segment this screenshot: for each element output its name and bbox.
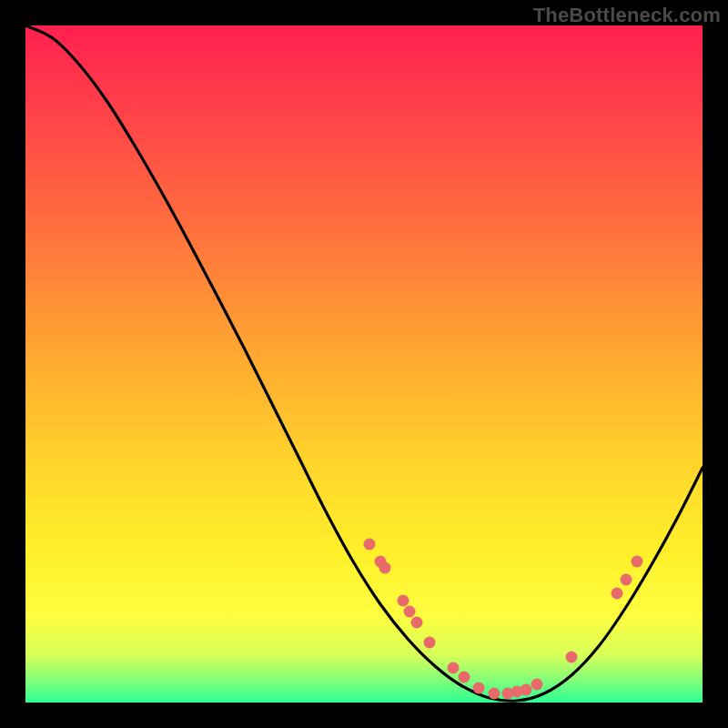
- curve-marker: [531, 679, 543, 691]
- curve-markers: [364, 539, 643, 700]
- curve-marker: [621, 574, 632, 586]
- curve-marker: [398, 595, 410, 607]
- curve-marker: [566, 652, 578, 663]
- curve-marker: [459, 672, 470, 683]
- curve-marker: [489, 688, 500, 700]
- curve-marker: [448, 662, 460, 674]
- watermark-text: TheBottleneck.com: [533, 4, 721, 27]
- curve-marker: [521, 684, 532, 696]
- curve-marker: [404, 606, 416, 618]
- curve-marker: [424, 637, 436, 649]
- curve-marker: [473, 682, 485, 694]
- curve-marker: [612, 588, 623, 600]
- curve-marker: [364, 539, 376, 551]
- curve-marker: [411, 617, 423, 629]
- curve-svg: [25, 25, 703, 703]
- chart-plot-area: [25, 25, 703, 703]
- bottleneck-curve: [25, 25, 703, 701]
- curve-marker: [632, 556, 643, 568]
- curve-marker: [379, 562, 391, 574]
